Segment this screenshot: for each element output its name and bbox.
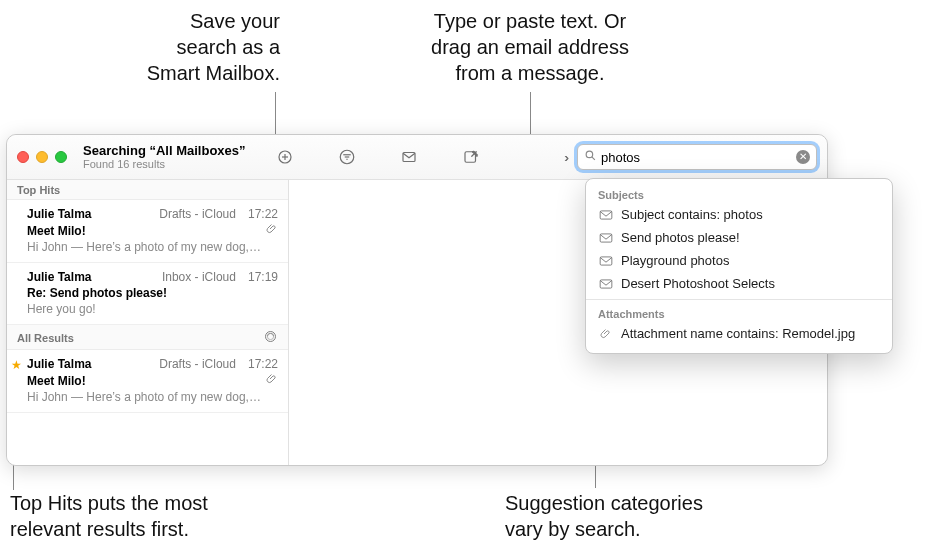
- mail-window: Searching “All Mailboxes” Found 16 resul…: [6, 134, 828, 466]
- clear-search-button[interactable]: ✕: [796, 150, 810, 164]
- message-location: Drafts - iCloud: [97, 207, 235, 221]
- svg-rect-15: [600, 256, 612, 264]
- paperclip-icon: [266, 223, 278, 238]
- section-all-results: All Results: [7, 325, 288, 350]
- message-location: Drafts - iCloud: [97, 357, 235, 371]
- message-preview: Here you go!: [27, 302, 278, 316]
- message-preview: Hi John — Here’s a photo of my new dog,…: [27, 240, 278, 254]
- envelope-icon: [598, 255, 613, 267]
- close-window-button[interactable]: [17, 151, 29, 163]
- message-subject: Meet Milo!: [27, 224, 86, 238]
- suggestion-item[interactable]: Attachment name contains: Remodel.jpg: [586, 322, 892, 345]
- callout-suggestion-categories: Suggestion categories vary by search.: [505, 490, 785, 542]
- search-suggestions-popover: Subjects Subject contains: photos Send p…: [585, 178, 893, 354]
- suggestion-text: Desert Photoshoot Selects: [621, 276, 775, 291]
- compose-button[interactable]: [457, 145, 485, 169]
- callout-top-hits: Top Hits puts the most relevant results …: [10, 490, 270, 542]
- suggestions-subjects-heading: Subjects: [586, 185, 892, 203]
- search-input[interactable]: [601, 150, 796, 165]
- svg-rect-14: [600, 233, 612, 241]
- section-label: All Results: [17, 332, 74, 344]
- svg-rect-16: [600, 279, 612, 287]
- suggestions-attachments-heading: Attachments: [586, 304, 892, 322]
- compose-icon: [461, 148, 481, 166]
- sort-icon[interactable]: [263, 329, 278, 346]
- message-row[interactable]: ★ Julie Talma Drafts - iCloud 17:22 Meet…: [7, 350, 288, 413]
- envelope-icon: [598, 232, 613, 244]
- traffic-lights: [17, 151, 67, 163]
- suggestion-item[interactable]: Send photos please!: [586, 226, 892, 249]
- window-title: Searching “All Mailboxes”: [83, 144, 263, 158]
- envelope-icon: [399, 148, 419, 166]
- message-time: 17:22: [248, 207, 278, 221]
- suggestion-item[interactable]: Playground photos: [586, 249, 892, 272]
- window-subtitle: Found 16 results: [83, 158, 263, 170]
- envelope-icon: [598, 278, 613, 290]
- filter-lines-icon: [337, 148, 357, 166]
- save-smart-mailbox-button[interactable]: [271, 145, 299, 169]
- message-preview: Hi John — Here’s a photo of my new dog,…: [27, 390, 278, 404]
- starred-icon: ★: [11, 358, 22, 372]
- svg-point-11: [586, 151, 593, 158]
- svg-line-12: [592, 157, 595, 160]
- message-subject: Meet Milo!: [27, 374, 86, 388]
- toolbar-overflow-icon[interactable]: ››: [564, 150, 565, 165]
- suggestion-text: Attachment name contains: Remodel.jpg: [621, 326, 855, 341]
- paperclip-icon: [266, 373, 278, 388]
- callout-line: [530, 92, 531, 138]
- message-subject: Re: Send photos please!: [27, 286, 167, 300]
- toolbar: Searching “All Mailboxes” Found 16 resul…: [7, 135, 827, 180]
- suggestion-text: Send photos please!: [621, 230, 740, 245]
- suggestion-text: Playground photos: [621, 253, 729, 268]
- message-time: 17:22: [248, 357, 278, 371]
- search-field-wrap[interactable]: ✕: [577, 144, 817, 170]
- minimize-window-button[interactable]: [36, 151, 48, 163]
- message-list-pane: Top Hits Julie Talma Drafts - iCloud 17:…: [7, 180, 289, 465]
- filter-button[interactable]: [333, 145, 361, 169]
- callout-search-hint: Type or paste text. Or drag an email add…: [380, 8, 680, 86]
- window-title-block: Searching “All Mailboxes” Found 16 resul…: [83, 144, 263, 170]
- search-icon: [584, 149, 597, 165]
- section-top-hits: Top Hits: [7, 180, 288, 200]
- message-row[interactable]: Julie Talma Drafts - iCloud 17:22 Meet M…: [7, 200, 288, 263]
- archive-button[interactable]: [395, 145, 423, 169]
- suggestion-item[interactable]: Subject contains: photos: [586, 203, 892, 226]
- message-row[interactable]: Julie Talma Inbox - iCloud 17:19 Re: Sen…: [7, 263, 288, 325]
- suggestion-text: Subject contains: photos: [621, 207, 763, 222]
- message-sender: Julie Talma: [27, 207, 91, 221]
- plus-circle-icon: [275, 148, 295, 166]
- callout-smart-mailbox: Save your search as a Smart Mailbox.: [70, 8, 280, 86]
- message-location: Inbox - iCloud: [97, 270, 235, 284]
- zoom-window-button[interactable]: [55, 151, 67, 163]
- envelope-icon: [598, 209, 613, 221]
- message-sender: Julie Talma: [27, 270, 91, 284]
- svg-rect-13: [600, 210, 612, 218]
- section-label: Top Hits: [17, 184, 60, 196]
- paperclip-icon: [598, 328, 613, 340]
- message-sender: Julie Talma: [27, 357, 91, 371]
- message-time: 17:19: [248, 270, 278, 284]
- divider: [586, 299, 892, 300]
- suggestion-item[interactable]: Desert Photoshoot Selects: [586, 272, 892, 295]
